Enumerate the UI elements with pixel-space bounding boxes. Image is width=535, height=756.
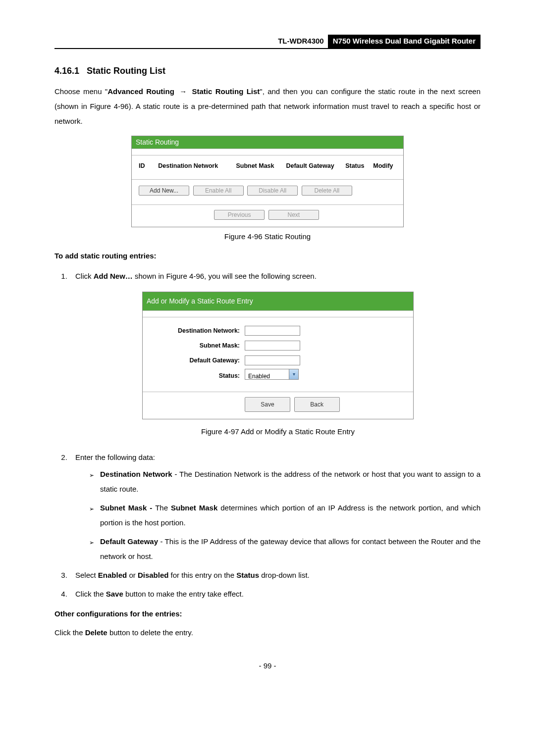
- step-2-sublist: Destination Network - The Destination Ne…: [75, 467, 481, 564]
- col-status: Status: [345, 162, 373, 169]
- panel-title-97: Add or Modify a Static Route Entry: [143, 292, 413, 311]
- figure-96-button-row-2: Previous Next: [132, 205, 403, 227]
- col-destination-network: Destination Network: [158, 162, 236, 169]
- add-new-button[interactable]: Add New...: [139, 186, 189, 196]
- intro-paragraph: Choose menu "Advanced Routing → Static R…: [54, 84, 481, 129]
- subnet-mask-input[interactable]: [245, 341, 300, 351]
- back-button[interactable]: Back: [294, 397, 340, 412]
- label-status: Status:: [143, 370, 245, 382]
- chevron-down-icon[interactable]: ▾: [289, 369, 298, 379]
- save-button[interactable]: Save: [245, 397, 290, 412]
- label-subnet-mask: Subnet Mask:: [143, 340, 245, 352]
- other-config-heading: Other configurations for the entries:: [54, 609, 481, 618]
- delete-all-button[interactable]: Delete All: [302, 186, 352, 196]
- previous-button[interactable]: Previous: [214, 210, 265, 220]
- col-modify: Modify: [373, 162, 396, 169]
- next-button[interactable]: Next: [268, 210, 319, 220]
- col-subnet-mask: Subnet Mask: [236, 162, 286, 169]
- section-number: 4.16.1: [54, 66, 79, 76]
- steps-list: Click Add New… shown in Figure 4-96, you…: [54, 269, 481, 602]
- model-label: TL-WDR4300: [274, 35, 328, 48]
- step-1: Click Add New… shown in Figure 4-96, you…: [69, 269, 481, 439]
- figure-96-panel: Static Routing ID Destination Network Su…: [131, 136, 404, 227]
- figure-97-caption: Figure 4-97 Add or Modify a Static Route…: [75, 424, 481, 439]
- disable-all-button[interactable]: Disable All: [247, 186, 298, 196]
- section-title: Static Routing List: [87, 66, 165, 76]
- default-gateway-input[interactable]: [245, 355, 300, 365]
- arrow-icon: →: [177, 87, 189, 96]
- label-destination-network: Destination Network:: [143, 325, 245, 337]
- figure-97-button-row: Save Back: [143, 392, 413, 419]
- page-number: - 99 -: [54, 661, 481, 670]
- enable-all-button[interactable]: Enable All: [193, 186, 244, 196]
- col-default-gateway: Default Gateway: [286, 162, 345, 169]
- bullet-default-gateway: Default Gateway - This is the IP Address…: [89, 534, 481, 564]
- figure-96-caption: Figure 4-96 Static Routing: [54, 232, 481, 241]
- product-label: N750 Wireless Dual Band Gigabit Router: [328, 35, 481, 48]
- step-2: Enter the following data: Destination Ne…: [69, 450, 481, 564]
- bullet-subnet-mask: Subnet Mask - The Subnet Mask determines…: [89, 501, 481, 530]
- to-add-heading: To add static routing entries:: [54, 252, 481, 260]
- figure-97-panel: Add or Modify a Static Route Entry Desti…: [142, 292, 414, 419]
- routing-table-header: ID Destination Network Subnet Mask Defau…: [132, 155, 403, 180]
- status-select[interactable]: Enabled ▾: [245, 369, 299, 380]
- step-3: Select Enabled or Disabled for this entr…: [69, 568, 481, 583]
- section-heading: 4.16.1 Static Routing List: [54, 66, 481, 76]
- bullet-destination-network: Destination Network - The Destination Ne…: [89, 467, 481, 497]
- other-config-line: Click the Delete button to delete the en…: [54, 627, 481, 639]
- step-4: Click the Save button to make the entry …: [69, 587, 481, 602]
- destination-network-input[interactable]: [245, 326, 300, 336]
- col-id: ID: [139, 162, 158, 169]
- document-header: TL-WDR4300 N750 Wireless Dual Band Gigab…: [54, 35, 481, 49]
- status-select-value: Enabled: [245, 369, 289, 379]
- figure-96-button-row-1: Add New... Enable All Disable All Delete…: [132, 180, 403, 205]
- label-default-gateway: Default Gateway:: [143, 354, 245, 367]
- panel-title-96: Static Routing: [132, 136, 403, 149]
